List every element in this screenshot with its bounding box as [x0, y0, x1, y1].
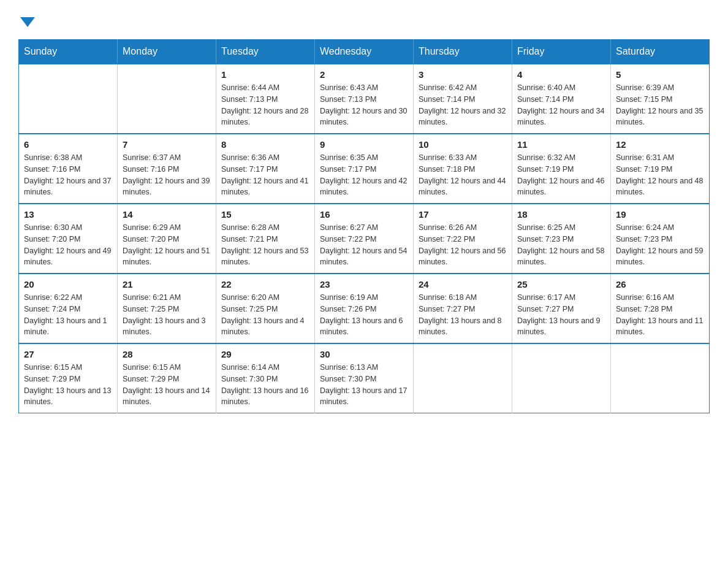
day-number: 13 [24, 209, 112, 220]
sunrise-text: Sunrise: 6:15 AM [123, 362, 211, 373]
sunrise-text: Sunrise: 6:25 AM [517, 222, 605, 234]
sunrise-text: Sunrise: 6:16 AM [616, 292, 704, 304]
calendar-cell: 21Sunrise: 6:21 AMSunset: 7:25 PMDayligh… [118, 274, 216, 343]
sunrise-text: Sunrise: 6:18 AM [419, 292, 507, 304]
day-number: 22 [221, 279, 309, 289]
day-info: Sunrise: 6:21 AMSunset: 7:25 PMDaylight:… [123, 292, 211, 338]
calendar-cell: 19Sunrise: 6:24 AMSunset: 7:23 PMDayligh… [611, 204, 710, 274]
day-info: Sunrise: 6:19 AMSunset: 7:26 PMDaylight:… [320, 292, 408, 338]
day-info: Sunrise: 6:42 AMSunset: 7:14 PMDaylight:… [419, 82, 507, 128]
day-number: 20 [24, 279, 112, 289]
sunrise-text: Sunrise: 6:28 AM [221, 222, 309, 234]
calendar-cell: 11Sunrise: 6:32 AMSunset: 7:19 PMDayligh… [512, 134, 611, 204]
calendar-week-5: 27Sunrise: 6:15 AMSunset: 7:29 PMDayligh… [19, 343, 710, 413]
calendar-week-1: 1Sunrise: 6:44 AMSunset: 7:13 PMDaylight… [19, 64, 710, 134]
sunset-text: Sunset: 7:26 PM [320, 304, 408, 315]
sunrise-text: Sunrise: 6:33 AM [419, 152, 507, 164]
day-number: 14 [123, 209, 211, 220]
day-info: Sunrise: 6:28 AMSunset: 7:21 PMDaylight:… [221, 222, 309, 268]
sunset-text: Sunset: 7:13 PM [320, 94, 408, 105]
calendar-cell [19, 64, 118, 134]
daylight-text: Daylight: 12 hours and 59 minutes. [616, 245, 704, 269]
sunrise-text: Sunrise: 6:27 AM [320, 222, 408, 234]
day-number: 4 [517, 69, 605, 80]
calendar-cell: 5Sunrise: 6:39 AMSunset: 7:15 PMDaylight… [611, 64, 710, 134]
day-number: 27 [24, 349, 112, 359]
day-info: Sunrise: 6:40 AMSunset: 7:14 PMDaylight:… [517, 82, 605, 128]
calendar-cell: 18Sunrise: 6:25 AMSunset: 7:23 PMDayligh… [512, 204, 611, 274]
weekday-header-sunday: Sunday [19, 40, 118, 64]
calendar-cell: 25Sunrise: 6:17 AMSunset: 7:27 PMDayligh… [512, 274, 611, 343]
day-info: Sunrise: 6:32 AMSunset: 7:19 PMDaylight:… [517, 152, 605, 198]
sunset-text: Sunset: 7:27 PM [419, 304, 507, 315]
day-info: Sunrise: 6:18 AMSunset: 7:27 PMDaylight:… [419, 292, 507, 338]
daylight-text: Daylight: 12 hours and 32 minutes. [419, 105, 507, 129]
sunrise-text: Sunrise: 6:43 AM [320, 82, 408, 94]
sunset-text: Sunset: 7:21 PM [221, 234, 309, 245]
calendar-week-3: 13Sunrise: 6:30 AMSunset: 7:20 PMDayligh… [19, 204, 710, 274]
calendar-cell [512, 343, 611, 413]
logo [18, 12, 35, 27]
sunrise-text: Sunrise: 6:35 AM [320, 152, 408, 164]
calendar-cell: 30Sunrise: 6:13 AMSunset: 7:30 PMDayligh… [315, 343, 414, 413]
day-number: 25 [517, 279, 605, 289]
day-info: Sunrise: 6:27 AMSunset: 7:22 PMDaylight:… [320, 222, 408, 268]
day-info: Sunrise: 6:17 AMSunset: 7:27 PMDaylight:… [517, 292, 605, 338]
day-number: 29 [221, 349, 309, 359]
day-number: 18 [517, 209, 605, 220]
daylight-text: Daylight: 12 hours and 41 minutes. [221, 175, 309, 199]
calendar-cell: 27Sunrise: 6:15 AMSunset: 7:29 PMDayligh… [19, 343, 118, 413]
daylight-text: Daylight: 13 hours and 17 minutes. [320, 385, 408, 408]
day-number: 19 [616, 209, 704, 220]
sunrise-text: Sunrise: 6:38 AM [24, 152, 112, 164]
daylight-text: Daylight: 13 hours and 16 minutes. [221, 385, 309, 408]
sunset-text: Sunset: 7:27 PM [517, 304, 605, 315]
daylight-text: Daylight: 12 hours and 49 minutes. [24, 245, 112, 269]
daylight-text: Daylight: 12 hours and 44 minutes. [419, 175, 507, 199]
calendar-cell: 22Sunrise: 6:20 AMSunset: 7:25 PMDayligh… [216, 274, 315, 343]
sunrise-text: Sunrise: 6:44 AM [221, 82, 309, 94]
day-number: 3 [419, 69, 507, 80]
day-info: Sunrise: 6:43 AMSunset: 7:13 PMDaylight:… [320, 82, 408, 128]
day-info: Sunrise: 6:20 AMSunset: 7:25 PMDaylight:… [221, 292, 309, 338]
calendar-cell: 24Sunrise: 6:18 AMSunset: 7:27 PMDayligh… [414, 274, 512, 343]
calendar-cell [611, 343, 710, 413]
day-info: Sunrise: 6:15 AMSunset: 7:29 PMDaylight:… [123, 362, 211, 408]
calendar-cell: 8Sunrise: 6:36 AMSunset: 7:17 PMDaylight… [216, 134, 315, 204]
calendar-cell: 13Sunrise: 6:30 AMSunset: 7:20 PMDayligh… [19, 204, 118, 274]
sunset-text: Sunset: 7:30 PM [320, 373, 408, 385]
calendar-cell: 7Sunrise: 6:37 AMSunset: 7:16 PMDaylight… [118, 134, 216, 204]
sunset-text: Sunset: 7:20 PM [123, 234, 211, 245]
sunset-text: Sunset: 7:24 PM [24, 304, 112, 315]
calendar-cell: 15Sunrise: 6:28 AMSunset: 7:21 PMDayligh… [216, 204, 315, 274]
sunset-text: Sunset: 7:23 PM [616, 234, 704, 245]
calendar-cell: 20Sunrise: 6:22 AMSunset: 7:24 PMDayligh… [19, 274, 118, 343]
day-info: Sunrise: 6:25 AMSunset: 7:23 PMDaylight:… [517, 222, 605, 268]
day-info: Sunrise: 6:24 AMSunset: 7:23 PMDaylight:… [616, 222, 704, 268]
daylight-text: Daylight: 12 hours and 56 minutes. [419, 245, 507, 269]
day-info: Sunrise: 6:22 AMSunset: 7:24 PMDaylight:… [24, 292, 112, 338]
day-info: Sunrise: 6:35 AMSunset: 7:17 PMDaylight:… [320, 152, 408, 198]
day-number: 15 [221, 209, 309, 220]
day-info: Sunrise: 6:44 AMSunset: 7:13 PMDaylight:… [221, 82, 309, 128]
calendar-cell: 17Sunrise: 6:26 AMSunset: 7:22 PMDayligh… [414, 204, 512, 274]
sunrise-text: Sunrise: 6:36 AM [221, 152, 309, 164]
sunset-text: Sunset: 7:13 PM [221, 94, 309, 105]
day-info: Sunrise: 6:15 AMSunset: 7:29 PMDaylight:… [24, 362, 112, 408]
sunrise-text: Sunrise: 6:39 AM [616, 82, 704, 94]
sunrise-text: Sunrise: 6:21 AM [123, 292, 211, 304]
calendar-cell: 10Sunrise: 6:33 AMSunset: 7:18 PMDayligh… [414, 134, 512, 204]
day-info: Sunrise: 6:13 AMSunset: 7:30 PMDaylight:… [320, 362, 408, 408]
weekday-header-wednesday: Wednesday [315, 40, 414, 64]
sunset-text: Sunset: 7:14 PM [517, 94, 605, 105]
sunset-text: Sunset: 7:30 PM [221, 373, 309, 385]
day-info: Sunrise: 6:14 AMSunset: 7:30 PMDaylight:… [221, 362, 309, 408]
day-number: 1 [221, 69, 309, 80]
day-number: 10 [419, 139, 507, 150]
calendar-cell: 2Sunrise: 6:43 AMSunset: 7:13 PMDaylight… [315, 64, 414, 134]
sunset-text: Sunset: 7:16 PM [123, 164, 211, 175]
weekday-header-thursday: Thursday [414, 40, 512, 64]
calendar-week-2: 6Sunrise: 6:38 AMSunset: 7:16 PMDaylight… [19, 134, 710, 204]
day-info: Sunrise: 6:37 AMSunset: 7:16 PMDaylight:… [123, 152, 211, 198]
calendar-table: SundayMondayTuesdayWednesdayThursdayFrid… [18, 39, 710, 413]
